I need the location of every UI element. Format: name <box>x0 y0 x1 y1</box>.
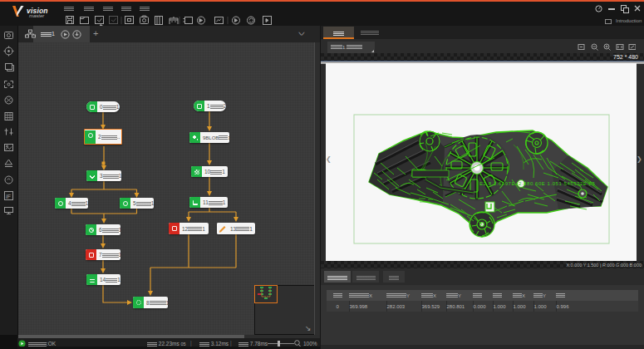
svg-text:IF: IF <box>6 194 12 199</box>
svg-text:E2.8 1.6497E+2.880.60E 1.051 5: E2.8 1.6497E+2.880.60E 1.051 545532E 05 <box>479 181 596 186</box>
